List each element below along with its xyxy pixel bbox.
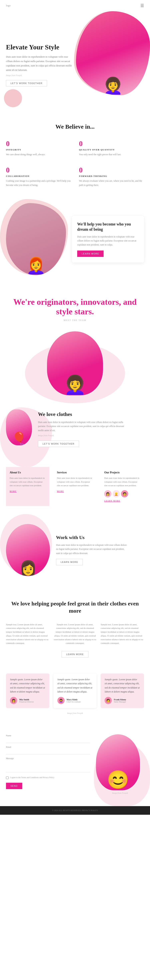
col-projects-title: Our Projects bbox=[104, 471, 140, 474]
clothes-title: We love clothes bbox=[38, 411, 144, 417]
work-image: 👩 bbox=[6, 524, 50, 576]
believe-grid: 0 INTEGRITY We care about doing things w… bbox=[6, 138, 144, 189]
testimonial-avatar-3: 🧑 bbox=[105, 697, 112, 704]
believe-num-1: 0 bbox=[79, 140, 144, 147]
believe-num-0: 0 bbox=[6, 140, 71, 147]
footer: © 2024 ALL RIGHTS RESERVED. PRIVACY POLI… bbox=[0, 806, 150, 815]
work-title: Work with Us bbox=[56, 535, 128, 540]
testimonial-avatar-2: 👩‍🦱 bbox=[57, 697, 65, 704]
believe-item-forward: 0 FORWARD-THINKING We always evaluate wh… bbox=[79, 164, 144, 189]
contact-section: Name Email Message I agree to the Terms … bbox=[0, 724, 150, 806]
col-about-text: Duis aute irure dolor in reprehenderit i… bbox=[10, 476, 46, 487]
three-col-section: About Us Duis aute irure dolor in repreh… bbox=[0, 459, 150, 514]
feel-cols: Sample text. Lorem ipsum dolor sit amet,… bbox=[6, 623, 144, 645]
col-projects-link[interactable]: LEARN MORE bbox=[104, 500, 140, 502]
testimonial-quote-2: Sample quote. Lorem ipsum dolor sit amet… bbox=[57, 678, 93, 694]
col-projects-thumbs: 👩 👱 🧑 bbox=[104, 490, 140, 497]
hero-image-credit: Image from Freepik bbox=[6, 74, 74, 76]
hero-section: 👩‍🦱 Elevate Your Style Duis aute irure d… bbox=[0, 11, 150, 111]
col-thumb-2: 👱 bbox=[113, 490, 120, 497]
help-image: 👩‍🦰 bbox=[6, 203, 66, 275]
believe-text-integrity: We care about doing things well, always. bbox=[6, 153, 71, 156]
believe-label-integrity: INTEGRITY bbox=[6, 148, 71, 151]
testimonial-2: Sample quote. Lorem ipsum dolor sit amet… bbox=[53, 673, 97, 708]
hero-title: Elevate Your Style bbox=[6, 43, 74, 51]
contact-form: Name Email Message I agree to the Terms … bbox=[6, 734, 90, 789]
testimonial-role-2: Chief Accountant bbox=[67, 701, 81, 703]
col-thumb-1: 👩 bbox=[104, 490, 112, 497]
form-input-email[interactable] bbox=[6, 749, 90, 754]
testimonial-author-3: 🧑 Frank Kinny Salon Manager bbox=[105, 697, 140, 704]
believe-num-2: 0 bbox=[6, 167, 71, 174]
testimonial-name-3: Frank Kinny bbox=[114, 698, 126, 701]
testimonial-author-2: 👩‍🦱 Mary Kinly Chief Accountant bbox=[57, 697, 93, 704]
testimonial-name-2: Mary Kinly bbox=[67, 698, 81, 701]
form-textarea-message[interactable] bbox=[6, 760, 90, 772]
work-content: Work with Us Duis aute irure dolor in re… bbox=[56, 535, 128, 565]
clothes-text: Duis aute irure dolor in reprehenderit i… bbox=[38, 420, 126, 433]
form-label-message: Message bbox=[6, 757, 90, 759]
col-services-link[interactable]: MORE bbox=[57, 490, 93, 492]
originators-section: We're originators, innovators, and style… bbox=[0, 285, 150, 331]
testimonial-quote-3: Sample quote. Lorem ipsum dolor sit amet… bbox=[105, 678, 140, 694]
believe-text-forward: We always evaluate where you are, where … bbox=[79, 179, 144, 187]
work-cta-button[interactable]: LEARN MORE bbox=[56, 559, 83, 565]
testimonial-role-3: Salon Manager bbox=[114, 701, 126, 703]
form-checkbox[interactable] bbox=[6, 776, 9, 779]
form-label-email: Email bbox=[6, 746, 90, 748]
hero-blob-small bbox=[4, 89, 22, 107]
contact-submit-button[interactable]: SEND bbox=[6, 783, 22, 789]
footer-text: © 2024 ALL RIGHTS RESERVED. PRIVACY POLI… bbox=[6, 809, 144, 811]
help-card-text: Duis aute irure dolor in reprehenderit i… bbox=[77, 235, 139, 247]
believe-item-quality: 0 QUALITY OVER QUANTITY You only need th… bbox=[79, 138, 144, 159]
menu-icon[interactable]: ☰ bbox=[140, 3, 144, 8]
form-group-name: Name bbox=[6, 734, 90, 743]
clothes-cta-button[interactable]: LET'S WORK TOGETHER bbox=[38, 441, 79, 447]
help-cta-button[interactable]: LEARN MORE bbox=[77, 250, 104, 257]
clothes-credit: Image from Freepik bbox=[38, 434, 144, 437]
hero-text: Duis aute irure dolor in reprehenderit i… bbox=[6, 55, 74, 72]
believe-label-forward: FORWARD-THINKING bbox=[79, 175, 144, 177]
col-projects: Our Projects Duis aute irure dolor in re… bbox=[101, 467, 144, 506]
believe-item-collaboration: 0 COLLABORATION Crafting your image is a… bbox=[6, 164, 71, 189]
testimonial-quote-1: Sample quote. Lorem ipsum dolor sit amet… bbox=[10, 678, 45, 694]
hero-content: Elevate Your Style Duis aute irure dolor… bbox=[6, 19, 74, 86]
col-projects-text: Duis aute irure dolor in reprehenderit i… bbox=[104, 476, 140, 487]
clothes-section: 🎈 We love clothes Duis aute irure dolor … bbox=[0, 403, 150, 459]
form-input-name[interactable] bbox=[6, 738, 90, 743]
believe-section: We Believe in... 0 INTEGRITY We care abo… bbox=[0, 111, 150, 199]
testimonial-author-1: 👩 Mia Smith Financial Director bbox=[10, 697, 45, 704]
believe-label-collaboration: COLLABORATION bbox=[6, 175, 71, 177]
feel-title: We love helping people feel great in the… bbox=[6, 600, 144, 615]
testimonials-credit: Image from Freepik bbox=[6, 712, 144, 714]
testimonial-info-2: Mary Kinly Chief Accountant bbox=[67, 698, 81, 703]
testimonial-info-1: Mia Smith Financial Director bbox=[19, 698, 34, 703]
feel-cta-wrap: LEARN MORE bbox=[6, 651, 144, 657]
col-about-title: About Us bbox=[10, 471, 46, 474]
col-about-link[interactable]: MORE bbox=[10, 490, 46, 492]
form-group-message: Message bbox=[6, 757, 90, 773]
form-label-name: Name bbox=[6, 734, 90, 737]
contact-image-credit: Image from Freepik bbox=[96, 792, 144, 794]
believe-title: We Believe in... bbox=[6, 123, 144, 130]
testimonial-avatar-1: 👩 bbox=[10, 697, 17, 704]
work-text: Duis aute irure dolor in reprehenderit i… bbox=[56, 543, 128, 555]
hero-cta-button[interactable]: LET'S WORK TOGETHER bbox=[6, 80, 47, 86]
feel-section: We love helping people feel great in the… bbox=[0, 588, 150, 670]
help-section: 👩‍🦰 We'll help you become who you dream … bbox=[0, 199, 150, 285]
help-card: We'll help you become who you dream of b… bbox=[72, 216, 144, 262]
testimonial-role-1: Financial Director bbox=[19, 701, 34, 703]
believe-text-quality: You only need the right pieces that will… bbox=[79, 153, 144, 156]
form-group-email: Email bbox=[6, 746, 90, 754]
feel-cta-button[interactable]: LEARN MORE bbox=[62, 651, 88, 657]
col-thumb-3: 🧑 bbox=[121, 490, 128, 497]
testimonials-grid: Sample quote. Lorem ipsum dolor sit amet… bbox=[6, 673, 144, 708]
believe-label-quality: QUALITY OVER QUANTITY bbox=[79, 148, 144, 151]
feel-col-3: Sample text. Lorem ipsum dolor sit amet,… bbox=[101, 623, 144, 645]
team-image: 👩‍🦱 bbox=[47, 331, 103, 395]
originators-title: We're originators, innovators, and style… bbox=[6, 297, 144, 317]
testimonial-name-1: Mia Smith bbox=[19, 698, 34, 701]
form-check-label: I agree to the Terms and Conditions and … bbox=[10, 776, 54, 779]
form-checkbox-wrap: I agree to the Terms and Conditions and … bbox=[6, 776, 90, 779]
clothes-content: We love clothes Duis aute irure dolor in… bbox=[38, 411, 144, 447]
